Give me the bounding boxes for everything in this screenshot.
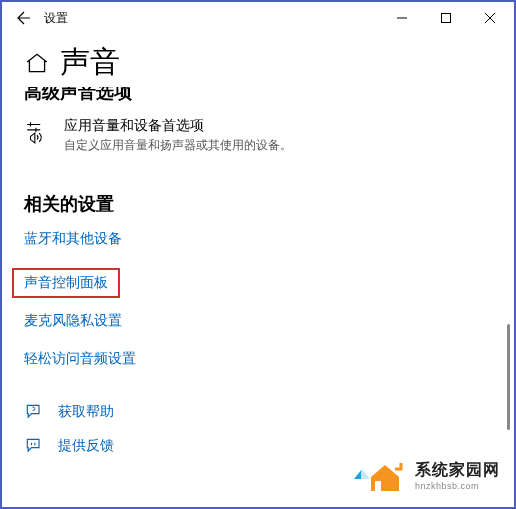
link-sound-control-panel[interactable]: 声音控制面板 bbox=[12, 268, 120, 298]
feedback-icon bbox=[24, 436, 44, 456]
home-icon bbox=[24, 50, 50, 76]
link-bluetooth[interactable]: 蓝牙和其他设备 bbox=[24, 230, 492, 248]
app-volume-title: 应用音量和设备首选项 bbox=[64, 117, 292, 135]
app-volume-desc: 自定义应用音量和扬声器或其使用的设备。 bbox=[64, 137, 292, 154]
maximize-icon bbox=[441, 13, 451, 23]
link-feedback-label: 提供反馈 bbox=[58, 437, 114, 455]
minimize-button[interactable] bbox=[380, 2, 424, 34]
minimize-icon bbox=[397, 13, 407, 23]
watermark-url: hnzkhbsb.com bbox=[415, 481, 500, 491]
link-ease-audio[interactable]: 轻松访问音频设置 bbox=[24, 350, 492, 368]
watermark-name: 系统家园网 bbox=[415, 460, 500, 481]
watermark-logo-icon bbox=[365, 455, 405, 495]
back-button[interactable] bbox=[4, 2, 44, 34]
related-settings-heading: 相关的设置 bbox=[24, 192, 492, 216]
link-get-help[interactable]: 获取帮助 bbox=[24, 402, 492, 422]
page-title: 声音 bbox=[60, 42, 120, 83]
close-icon bbox=[485, 13, 495, 23]
maximize-button[interactable] bbox=[424, 2, 468, 34]
arrow-left-icon bbox=[16, 10, 32, 26]
help-chat-icon bbox=[24, 402, 44, 422]
close-button[interactable] bbox=[468, 2, 512, 34]
svg-rect-1 bbox=[375, 481, 381, 491]
link-get-help-label: 获取帮助 bbox=[58, 403, 114, 421]
app-volume-option[interactable]: 应用音量和设备首选项 自定义应用音量和扬声器或其使用的设备。 bbox=[24, 117, 492, 154]
sliders-volume-icon bbox=[24, 119, 50, 145]
scrollbar[interactable] bbox=[507, 324, 510, 430]
svg-rect-0 bbox=[442, 14, 451, 23]
watermark: 系统家园网 hnzkhbsb.com bbox=[361, 453, 504, 497]
window-title: 设置 bbox=[44, 10, 68, 27]
section-advanced-cut: 高级声音选项 bbox=[24, 87, 492, 105]
link-mic-privacy[interactable]: 麦克风隐私设置 bbox=[24, 312, 492, 330]
